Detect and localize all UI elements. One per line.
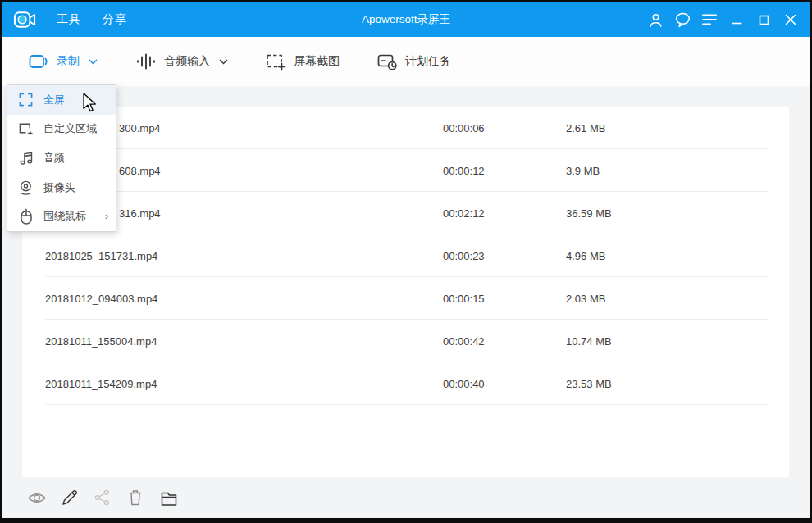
menu-item-around-mouse[interactable]: 围绕鼠标 › (7, 202, 116, 231)
schedule-button[interactable]: 计划任务 (377, 52, 451, 71)
menu-item-custom-region[interactable]: 自定义区域 (7, 115, 116, 144)
mouse-icon (18, 208, 34, 225)
menu-share[interactable]: 分享 (103, 12, 127, 27)
app-window: 工具 分享 Apowersoft录屏王 (0, 0, 812, 523)
screenshot-label: 屏幕截图 (294, 54, 340, 69)
record-dropdown-menu: 全屏 自定义区域 音频 (7, 84, 116, 232)
fullscreen-icon (18, 93, 34, 107)
scheduled-task-icon (377, 52, 398, 71)
file-duration: 00:00:42 (443, 335, 566, 348)
title-bar: 工具 分享 Apowersoft录屏王 (2, 2, 810, 37)
audio-levels-icon (135, 53, 157, 70)
file-size: 3.9 MB (566, 165, 789, 177)
file-duration: 00:00:06 (443, 122, 566, 134)
file-duration: 00:02:12 (443, 207, 566, 220)
open-folder-icon[interactable] (158, 488, 178, 507)
custom-region-icon (18, 121, 34, 137)
file-size: 36.59 MB (566, 207, 789, 220)
file-row[interactable]: 316.mp4 00:02:12 36.59 MB (22, 192, 789, 234)
user-icon[interactable] (645, 9, 665, 30)
edit-pencil-icon[interactable] (60, 488, 80, 507)
audio-input-button[interactable]: 音频输入 (135, 53, 228, 70)
menu-item-label: 围绕鼠标 (43, 209, 86, 224)
screenshot-button[interactable]: 屏幕截图 (266, 52, 340, 71)
file-name: 20181025_151731.mp4 (22, 250, 443, 262)
file-duration: 00:00:12 (443, 165, 566, 177)
record-button[interactable]: 录制 (29, 53, 98, 70)
chevron-down-icon (219, 59, 228, 65)
music-note-icon (18, 150, 34, 166)
hamburger-menu-icon[interactable] (700, 9, 719, 30)
menu-item-fullscreen[interactable]: 全屏 (7, 85, 116, 115)
window-title: Apowersoft录屏王 (362, 12, 450, 27)
screenshot-region-icon (266, 52, 286, 71)
menu-item-label: 摄像头 (43, 180, 75, 195)
feedback-bubble-icon[interactable] (673, 9, 692, 30)
minimize-icon[interactable] (727, 9, 746, 30)
delete-trash-icon[interactable] (125, 488, 145, 507)
schedule-label: 计划任务 (405, 54, 451, 69)
menu-item-webcam[interactable]: 摄像头 (7, 173, 116, 202)
share-icon[interactable] (93, 488, 112, 507)
video-camera-icon (29, 53, 49, 70)
file-size: 23.53 MB (566, 378, 789, 390)
app-logo-icon (13, 10, 37, 30)
record-label: 录制 (57, 54, 80, 69)
menu-item-label: 全屏 (43, 93, 65, 107)
file-row[interactable]: 20181011_154209.mp4 00:00:40 23.53 MB (22, 362, 789, 405)
maximize-icon[interactable] (754, 9, 773, 30)
file-row[interactable]: 20181025_151731.mp4 00:00:23 4.96 MB (22, 234, 789, 277)
file-duration: 00:00:23 (443, 250, 566, 262)
file-name: 20181012_094003.mp4 (22, 293, 443, 305)
file-duration: 00:00:15 (443, 293, 566, 305)
action-bar (2, 477, 810, 518)
titlebar-controls (645, 9, 801, 30)
submenu-arrow-icon: › (105, 211, 108, 222)
close-icon[interactable] (781, 9, 801, 30)
preview-eye-icon[interactable] (27, 488, 47, 507)
main-toolbar: 录制 音频输入 (2, 37, 810, 86)
menubar: 工具 分享 (57, 12, 127, 27)
file-name: 20181011_155004.mp4 (22, 335, 443, 348)
webcam-icon (18, 180, 34, 195)
menu-tools[interactable]: 工具 (57, 12, 81, 27)
menu-item-label: 自定义区域 (43, 121, 97, 136)
file-size: 4.96 MB (566, 250, 789, 262)
mouse-cursor (83, 93, 97, 112)
menu-item-label: 音频 (43, 151, 65, 166)
file-row[interactable]: 608.mp4 00:00:12 3.9 MB (22, 149, 789, 192)
file-size: 2.61 MB (566, 122, 789, 134)
menu-item-audio[interactable]: 音频 (7, 143, 116, 173)
file-size: 10.74 MB (566, 335, 789, 348)
file-row[interactable]: 20181012_094003.mp4 00:00:15 2.03 MB (22, 277, 789, 320)
file-row[interactable]: 20181011_155004.mp4 00:00:42 10.74 MB (22, 320, 789, 362)
file-name: 20181011_154209.mp4 (22, 378, 443, 390)
file-duration: 00:00:40 (443, 378, 566, 390)
recording-list: 300.mp4 00:00:06 2.61 MB 608.mp4 00:00:1… (22, 107, 789, 477)
file-row[interactable]: 300.mp4 00:00:06 2.61 MB (22, 107, 789, 149)
chevron-down-icon (89, 59, 98, 65)
file-size: 2.03 MB (566, 293, 789, 305)
audio-input-label: 音频输入 (164, 54, 210, 69)
